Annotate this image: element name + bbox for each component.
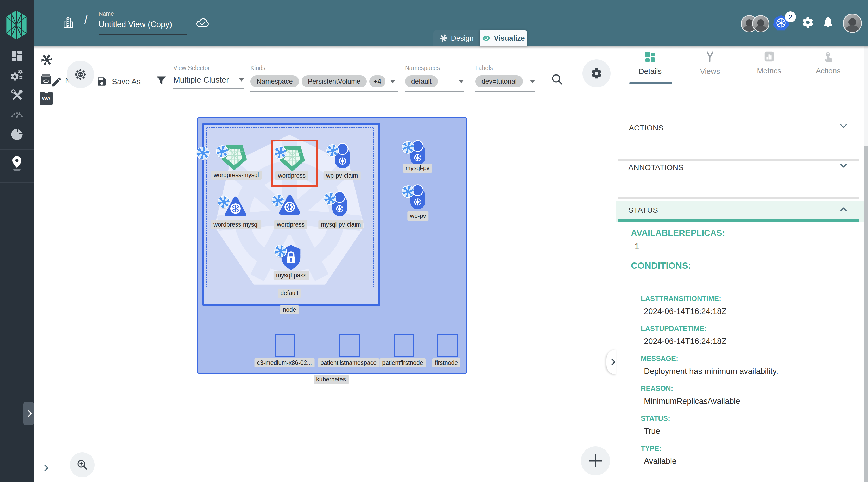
sidebar-item-performance[interactable] [0,109,34,118]
visualize-eye-icon [482,34,491,43]
accordion-actions[interactable]: ACTIONS [629,123,663,132]
chevron-right-icon [609,359,615,365]
accordion-annotations[interactable]: ANNOTATIONS [628,163,683,172]
save-as-button[interactable]: Save As [112,77,141,86]
condition-value: MinimumReplicasAvailable [644,397,740,406]
search-icon[interactable] [551,73,564,86]
organization-icon[interactable] [62,14,74,31]
context-count-badge: 2 [785,11,796,22]
actions-hand-icon [822,51,834,62]
visualize-tab-label: Visualize [494,34,525,42]
chevron-down-icon [530,80,535,83]
node-label: wordpress [274,220,307,229]
wasm-filter-icon[interactable]: WA [40,92,53,105]
section-divider [618,159,859,161]
kinds-label: Kinds [250,65,398,71]
node-label: wordpress-mysql [211,171,261,180]
settings-gear-icon[interactable] [802,16,814,29]
kind-chip-more[interactable]: +4 [369,75,385,88]
meshery-logo[interactable] [4,10,29,40]
tab-design[interactable]: Design [433,30,480,47]
substrip-expand-chevron[interactable] [42,464,48,471]
header-shadow [34,47,868,49]
condition-key: REASON: [641,385,673,393]
namespace-chip[interactable]: default [405,75,438,88]
node-tool-button[interactable] [67,61,94,88]
condition-key: MESSAGE: [641,355,678,363]
design-tab-label: Design [451,34,473,42]
mode-toggle: Design Visualize [433,30,527,47]
substrip-divider [60,47,60,482]
zoom-in-icon [76,458,89,471]
namespaces-dropdown[interactable]: Namespaces default [405,65,464,92]
namespace-label: default [278,289,301,298]
edit-pencil-icon[interactable] [51,76,62,88]
tab-metrics[interactable]: Metrics [743,51,795,75]
tab-actions[interactable]: Actions [802,51,854,75]
node-label: wp-pv [407,211,428,220]
condition-value: Deployment has minimum availability. [644,367,778,376]
labels-label: Labels [475,65,535,71]
sidebar-divider [0,149,34,150]
status-value: 1 [634,242,639,251]
breadcrumb-separator: / [84,12,88,27]
node-label: mysql-pv [403,163,432,173]
sidebar-item-dashboard[interactable] [0,50,34,62]
tab-label: Views [700,67,720,76]
label-chip[interactable]: dev=tutorial [475,75,523,88]
panel-collapse-handle[interactable] [607,350,616,374]
filter-funnel-icon[interactable] [156,75,167,86]
zoom-in-button[interactable] [70,452,95,477]
user-avatar[interactable] [843,13,862,33]
view-selector-value: Multiple Cluster [173,75,229,85]
notifications-bell-icon[interactable] [822,16,834,28]
canvas-settings-button[interactable] [583,59,611,88]
save-as-floppy-icon[interactable] [96,76,107,87]
tab-visualize[interactable]: Visualize [480,30,527,47]
section-divider [618,197,859,200]
details-grid-icon [644,51,656,63]
pinwheel-badge [216,145,228,158]
labels-dropdown[interactable]: Labels dev=tutorial [475,65,535,92]
chevron-right-icon [25,410,32,417]
status-accent-bar [618,219,859,221]
view-selector-label: View Selector [173,65,244,71]
collaborator-avatar[interactable] [752,15,769,32]
node-c3-shape[interactable] [275,334,296,357]
node-label: firstnode [432,358,460,367]
node-patientfirstnode-shape[interactable] [394,334,414,357]
node-group-label: node [280,305,299,314]
condition-key: TYPE: [641,445,661,453]
chevron-down-icon [390,80,395,83]
kind-chip[interactable]: PersistentVolume [302,75,367,88]
active-tab-underline [629,82,672,84]
gear-icon [591,67,602,80]
sidebar-item-extensions[interactable] [0,128,34,141]
panel-scrollbar-thumb[interactable] [864,146,868,482]
meshery-shutter-icon[interactable] [40,54,53,66]
sidebar-item-configuration[interactable] [0,89,34,101]
pinwheel-badge [402,141,414,154]
tab-details[interactable]: Details [624,51,676,76]
cloud-saved-icon [195,16,209,30]
node-label: wordpress-mysql [211,220,261,229]
tab-label: Actions [816,67,840,75]
sidebar-expand-handle[interactable] [24,401,34,425]
pinwheel-badge [272,194,284,207]
add-node-button[interactable] [581,446,610,476]
status-section-title: STATUS [628,206,658,215]
node-firstnode-shape[interactable] [437,334,458,357]
kinds-dropdown[interactable]: Kinds Namespace PersistentVolume +4 [250,65,398,92]
condition-key: STATUS: [641,415,670,423]
tab-views[interactable]: Views [684,51,736,76]
cluster-label: kubernetes [314,375,348,384]
view-name-input[interactable] [99,20,187,29]
kind-chip[interactable]: Namespace [250,75,299,88]
sidebar-item-kanvas[interactable] [0,155,34,171]
view-selector-dropdown[interactable]: View Selector Multiple Cluster [173,65,244,89]
pinwheel-badge [324,192,336,205]
node-patientlistnamespace-shape[interactable] [339,334,360,357]
views-branch-icon [704,51,716,63]
pinwheel-badge [274,245,287,257]
sidebar-item-lifecycle[interactable] [0,68,34,82]
